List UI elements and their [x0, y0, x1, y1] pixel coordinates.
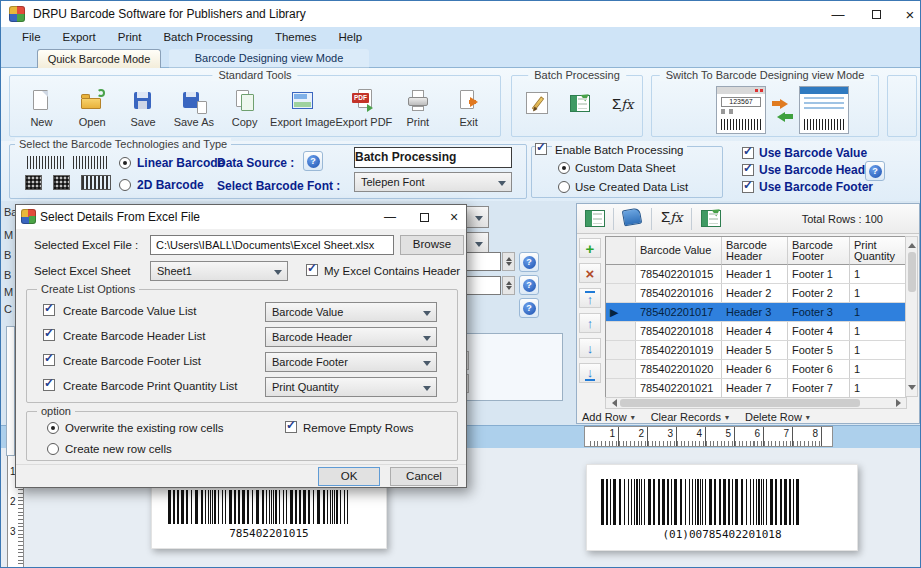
browse-button[interactable]: Browse [400, 235, 464, 255]
move-up-button[interactable]: ↑ [579, 313, 601, 333]
tab-quick-barcode-mode[interactable]: Quick Barcode Mode [37, 49, 161, 68]
excel-sheet-select[interactable]: Sheet1 [150, 261, 288, 281]
menu-export[interactable]: Export [52, 31, 107, 43]
toolbar-copy-button[interactable]: Copy [219, 88, 270, 128]
dialog-title: Select Details From Excel File [40, 210, 200, 224]
column-header-barcode-footer[interactable]: Barcode Footer [788, 237, 850, 265]
toolbar-open-button[interactable]: Open [67, 88, 118, 128]
toolbar-print-button[interactable]: Print [392, 88, 443, 128]
create-barcode-print-quantity-list-checkbox[interactable]: ✓ [43, 379, 55, 391]
barcode-header-select[interactable]: Barcode Header [265, 327, 437, 347]
create-barcode-header-list-checkbox[interactable]: ✓ [43, 329, 55, 341]
overwrite-rows-radio[interactable] [47, 422, 59, 434]
create-new-rows-radio[interactable] [47, 443, 59, 455]
use-barcode-header-checkbox[interactable]: ✓ [742, 164, 754, 176]
use-created-list-radio[interactable] [558, 181, 570, 193]
main-window: DRPU Barcode Software for Publishers and… [0, 0, 921, 568]
minimize-button[interactable]: — [825, 4, 851, 24]
toolbar-saveas-button[interactable]: Save As [168, 88, 219, 128]
horizontal-scrollbar[interactable] [605, 397, 907, 409]
column-header-barcode-header[interactable]: Barcode Header [722, 237, 788, 265]
cell: 785402201016 [636, 284, 722, 302]
barcode-font-select[interactable]: Telepen Font [354, 172, 512, 192]
table-row[interactable]: 785402201015Header 1Footer 11 [606, 265, 906, 284]
cancel-button[interactable]: Cancel [390, 467, 458, 486]
toolbar-save-button[interactable]: Save [118, 88, 169, 128]
ruler-tick: 5 [706, 427, 735, 446]
add-row-button[interactable]: + [579, 238, 601, 258]
vertical-scrollbar[interactable] [905, 236, 918, 397]
contains-header-checkbox[interactable]: ✓ [306, 264, 318, 276]
formula-icon[interactable]: Σƒx [661, 208, 682, 225]
scroll-thumb[interactable] [620, 399, 860, 407]
menu-themes[interactable]: Themes [264, 31, 328, 43]
copy-label: Copy [232, 116, 258, 128]
barcode-value-select[interactable]: Barcode Value [265, 302, 437, 322]
use-barcode-value-checkbox[interactable]: ✓ [742, 147, 754, 159]
dialog-maximize-button[interactable] [412, 207, 436, 227]
table-row[interactable]: 785402201021Header 7Footer 71 [606, 379, 906, 398]
table-row[interactable]: 785402201020Header 6Footer 61 [606, 360, 906, 379]
toolbar-new-button[interactable]: New [16, 88, 67, 128]
create-barcode-footer-list-checkbox[interactable]: ✓ [43, 354, 55, 366]
overwrite-rows-label: Overwrite the existing row cells [65, 422, 224, 434]
table-row[interactable]: 785402201018Header 4Footer 41 [606, 322, 906, 341]
print-quantity-select[interactable]: Print Quantity [265, 377, 437, 397]
create-barcode-value-list-checkbox[interactable]: ✓ [43, 304, 55, 316]
table-row[interactable]: 785402201019Header 5Footer 51 [606, 341, 906, 360]
move-down-button[interactable]: ↓ [579, 338, 601, 358]
formula-icon[interactable]: Σƒx [612, 95, 633, 112]
spinner-2[interactable] [502, 276, 515, 295]
dialog-minimize-button[interactable]: — [378, 207, 402, 227]
maximize-button[interactable] [863, 4, 889, 24]
toolbar-exportimage-button[interactable]: Export Image [270, 88, 335, 128]
scroll-up-icon[interactable] [906, 237, 917, 250]
help-button-3[interactable]: ? [519, 298, 539, 318]
move-bottom-button[interactable]: ↓ [579, 363, 601, 383]
scroll-down-icon[interactable] [906, 383, 917, 396]
barcode-footer-select[interactable]: Barcode Footer [265, 352, 437, 372]
ok-button[interactable]: OK [318, 467, 380, 486]
edit-data-sheet-icon[interactable] [526, 92, 548, 114]
custom-data-sheet-radio[interactable] [558, 162, 570, 174]
delete-row-button[interactable]: × [579, 263, 601, 283]
scroll-thumb[interactable] [908, 252, 916, 292]
batch-processing-button[interactable]: Batch Processing [354, 147, 512, 168]
toolbar-exportpdf-button[interactable]: PDFExport PDF [335, 88, 392, 128]
tab-barcode-designing-view-mode[interactable]: Barcode Designing view Mode [169, 49, 369, 68]
copy-book-icon[interactable] [622, 208, 643, 227]
move-top-button[interactable]: ↑ [579, 288, 601, 308]
menu-batch-processing[interactable]: Batch Processing [152, 31, 264, 43]
menu-help[interactable]: Help [327, 31, 373, 43]
toolbar-exit-button[interactable]: Exit [443, 88, 494, 128]
menu-file[interactable]: File [11, 31, 52, 43]
close-button[interactable]: × [897, 4, 921, 24]
remove-empty-rows-checkbox[interactable]: ✓ [285, 421, 297, 433]
table-row[interactable]: 785402201016Header 2Footer 21 [606, 284, 906, 303]
scroll-left-icon[interactable] [606, 398, 618, 408]
help-button-2[interactable]: ? [519, 275, 539, 295]
use-barcode-footer-checkbox[interactable]: ✓ [742, 181, 754, 193]
add-row-button[interactable]: Add Row▾ [579, 410, 638, 424]
scroll-right-icon[interactable] [894, 398, 906, 408]
data-source-help-button[interactable]: ? [303, 151, 323, 171]
data-sheet-icon[interactable] [585, 210, 605, 227]
clear-records-button[interactable]: Clear Records▾ [648, 410, 732, 424]
2d-barcode-radio[interactable] [119, 179, 131, 191]
help-button-1[interactable]: ? [519, 252, 539, 272]
column-header-barcode-value[interactable]: Barcode Value [636, 237, 722, 265]
dialog-close-button[interactable]: × [442, 207, 466, 227]
linear-barcode-radio[interactable] [119, 157, 131, 169]
column-header-print-quantity[interactable]: Print Quantity [850, 237, 908, 265]
excel-export-icon[interactable] [701, 210, 721, 227]
excel-file-input[interactable] [150, 235, 394, 255]
batch-help-button[interactable]: ? [865, 161, 885, 181]
enable-batch-checkbox[interactable]: ✓ [535, 143, 547, 155]
switch-mode-button[interactable]: 123567 [716, 86, 849, 134]
ruler-number: 3 [667, 428, 673, 439]
excel-import-icon[interactable] [570, 95, 590, 112]
spinner-1[interactable] [502, 252, 515, 271]
menu-print[interactable]: Print [107, 31, 153, 43]
table-row[interactable]: ▶785402201017Header 3Footer 31 [606, 303, 906, 322]
delete-row-button[interactable]: Delete Row▾ [742, 410, 813, 424]
